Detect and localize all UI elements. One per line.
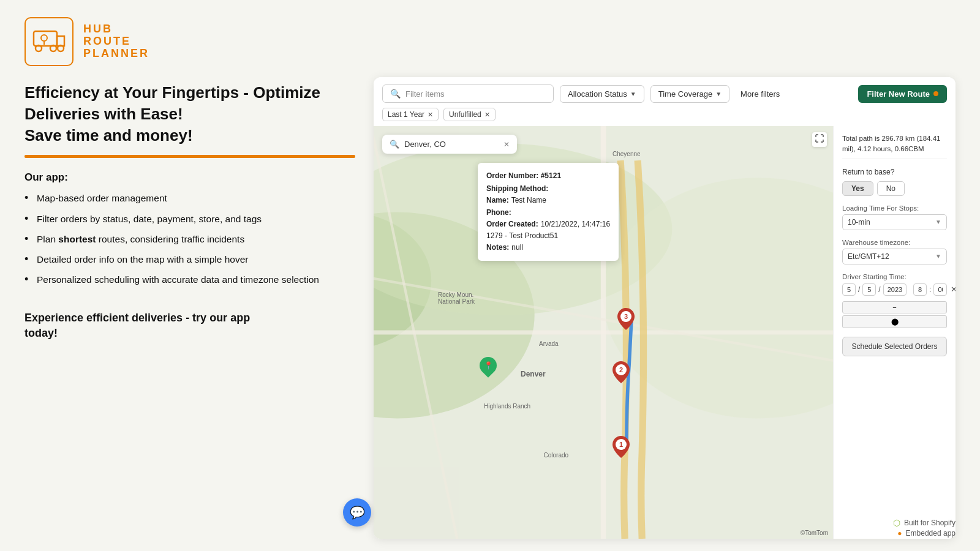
shipping-label: Shipping Method: bbox=[486, 183, 548, 195]
chevron-down-icon: ▼ bbox=[630, 91, 636, 97]
allocation-status-button[interactable]: Allocation Status ▼ bbox=[560, 85, 644, 103]
map-label-arvada: Arvada bbox=[539, 340, 559, 347]
search-icon: 🔍 bbox=[390, 89, 401, 99]
remove-tag-icon[interactable]: ✕ bbox=[484, 111, 490, 119]
filter-tag-last1year[interactable]: Last 1 Year ✕ bbox=[382, 108, 439, 121]
driver-date-day[interactable] bbox=[842, 283, 856, 296]
order-created-row: Order Created: 10/21/2022, 14:47:16 bbox=[486, 219, 610, 230]
map-label-colorado: Colorado bbox=[544, 452, 569, 459]
cta-text: Experience efficient deliveries - try ou… bbox=[24, 310, 355, 341]
order-number: Order Number: #5121 bbox=[486, 170, 610, 182]
time-coverage-label: Time Coverage bbox=[658, 89, 712, 99]
svg-rect-0 bbox=[34, 31, 57, 46]
search-box[interactable]: 🔍 Filter items bbox=[382, 84, 554, 103]
warehouse-tz-select[interactable]: Etc/GMT+12 ▼ bbox=[842, 249, 947, 264]
chat-button[interactable]: 💬 bbox=[343, 498, 371, 527]
map-search-bar[interactable]: 🔍 Denver, CO ✕ bbox=[382, 135, 517, 154]
map-label-denver: Denver bbox=[521, 370, 546, 378]
cta-line2: today! bbox=[24, 327, 58, 339]
toolbar: 🔍 Filter items Allocation Status ▼ Time … bbox=[374, 77, 956, 103]
warehouse-tz-label: Warehouse timezone: bbox=[842, 239, 947, 246]
map-search-icon: 🔍 bbox=[390, 140, 399, 149]
loading-time-value: 10-min bbox=[848, 218, 870, 227]
scroll-center-button[interactable]: ⬤ bbox=[842, 315, 947, 328]
marker-1[interactable]: 1 bbox=[612, 436, 630, 460]
map-label-rockymtn: Rocky Moun.National Park bbox=[438, 291, 475, 305]
marker-2[interactable]: 2 bbox=[612, 361, 630, 386]
marker-3[interactable]: 3 bbox=[617, 308, 635, 332]
clear-time-button[interactable]: ✕ bbox=[949, 283, 956, 295]
chevron-down-icon: ▼ bbox=[715, 91, 722, 97]
map-area[interactable]: Cheyenne Rocky Moun.National Park Arvada… bbox=[374, 126, 833, 539]
dot-icon bbox=[933, 91, 938, 96]
marker-3-icon: 3 bbox=[617, 308, 635, 330]
driver-hour[interactable] bbox=[913, 283, 927, 296]
app-main: Cheyenne Rocky Moun.National Park Arvada… bbox=[374, 126, 956, 539]
map-zoom-control[interactable] bbox=[812, 132, 827, 147]
map-label-cheyenne: Cheyenne bbox=[612, 151, 641, 157]
dropdown-icon: ▼ bbox=[935, 253, 941, 260]
feature-4: Detailed order info on the map with a si… bbox=[24, 252, 355, 266]
schedule-selected-orders-button[interactable]: Schedule Selected Orders bbox=[842, 337, 947, 356]
header: HUB ROUTE PLANNER bbox=[24, 17, 956, 66]
orange-divider bbox=[24, 155, 355, 158]
time-coverage-button[interactable]: Time Coverage ▼ bbox=[650, 85, 729, 103]
map-clear-icon[interactable]: ✕ bbox=[503, 140, 510, 149]
remove-tag-icon[interactable]: ✕ bbox=[428, 111, 433, 119]
feature-1: Map-based order management bbox=[24, 191, 355, 205]
notes-row: Notes: null bbox=[486, 242, 610, 253]
built-label: Built for Shopify bbox=[904, 519, 956, 527]
shopify-icon: ⬡ bbox=[893, 518, 900, 528]
tag-label: Unfulfilled bbox=[449, 110, 481, 119]
features-list: Map-based order management Filter orders… bbox=[24, 191, 355, 293]
order-created-label: Order Created: bbox=[486, 219, 538, 230]
driver-time-row: / / : ✕ ⬜ + bbox=[842, 283, 947, 296]
filter-new-route-button[interactable]: Filter New Route bbox=[858, 85, 947, 103]
name-value: Test Name bbox=[511, 195, 546, 206]
name-label: Name: bbox=[486, 195, 509, 206]
built-for-shopify-row: ⬡ Built for Shopify bbox=[893, 518, 956, 528]
map-label-highlandsranch: Highlands Ranch bbox=[484, 403, 530, 410]
logo-line3: PLANNER bbox=[83, 48, 149, 60]
return-base-label: Return to base? bbox=[842, 168, 947, 176]
logo-box bbox=[24, 17, 74, 66]
svg-text:2: 2 bbox=[619, 366, 623, 373]
more-filters-button[interactable]: More filters bbox=[736, 86, 785, 102]
warehouse-tz-value: Etc/GMT+12 bbox=[848, 252, 889, 261]
path-info-text: Total path is 296.78 km (184.41 mil), 4.… bbox=[842, 133, 947, 155]
embedded-label: Embedded app bbox=[906, 529, 956, 538]
driver-date-month[interactable] bbox=[862, 283, 876, 296]
yes-button[interactable]: Yes bbox=[842, 181, 873, 196]
phone-label: Phone: bbox=[486, 207, 511, 219]
driver-date-year[interactable] bbox=[883, 283, 907, 296]
map-search-text: Denver, CO bbox=[404, 140, 499, 149]
tag-label: Last 1 Year bbox=[388, 110, 424, 119]
embedded-icon: ● bbox=[897, 529, 902, 538]
order-popup: Order Number: #5121 Shipping Method: Nam… bbox=[478, 163, 619, 261]
app-panel: 🔍 Filter items Allocation Status ▼ Time … bbox=[374, 77, 956, 539]
yes-no-buttons: Yes No bbox=[842, 181, 947, 196]
left-panel: Efficiency at Your Fingertips - Optimize… bbox=[24, 77, 355, 539]
shipping-row: Shipping Method: bbox=[486, 183, 610, 195]
driver-minute[interactable] bbox=[933, 283, 947, 296]
minus-button[interactable]: − bbox=[842, 301, 947, 313]
svg-text:1: 1 bbox=[619, 441, 623, 448]
feature-2: Filter orders by status, date, payment, … bbox=[24, 212, 355, 226]
loading-time-select[interactable]: 10-min ▼ bbox=[842, 214, 947, 230]
date-sep-2: / bbox=[878, 285, 880, 294]
bottom-right-badges: ⬡ Built for Shopify ● Embedded app bbox=[893, 518, 956, 539]
tomtom-credit: ©TomTom bbox=[801, 530, 828, 536]
feature-5: Personalized scheduling with accurate da… bbox=[24, 272, 355, 287]
notes-value: null bbox=[511, 242, 523, 253]
search-input-text: Filter items bbox=[405, 89, 445, 99]
driver-time-label: Driver Starting Time: bbox=[842, 273, 947, 280]
filter-tag-unfulfilled[interactable]: Unfulfilled ✕ bbox=[443, 108, 496, 121]
product-info: 1279 - Test Product51 bbox=[486, 230, 610, 242]
marker-2-icon: 2 bbox=[612, 361, 630, 383]
return-base-section: Return to base? Yes No bbox=[842, 168, 947, 196]
driver-time-section: Driver Starting Time: / / : ✕ bbox=[842, 273, 947, 328]
tagline-line2: Save time and money! bbox=[24, 126, 193, 144]
embedded-app-row: ● Embedded app bbox=[893, 529, 956, 538]
warehouse-tz-section: Warehouse timezone: Etc/GMT+12 ▼ bbox=[842, 239, 947, 264]
no-button[interactable]: No bbox=[877, 181, 905, 196]
